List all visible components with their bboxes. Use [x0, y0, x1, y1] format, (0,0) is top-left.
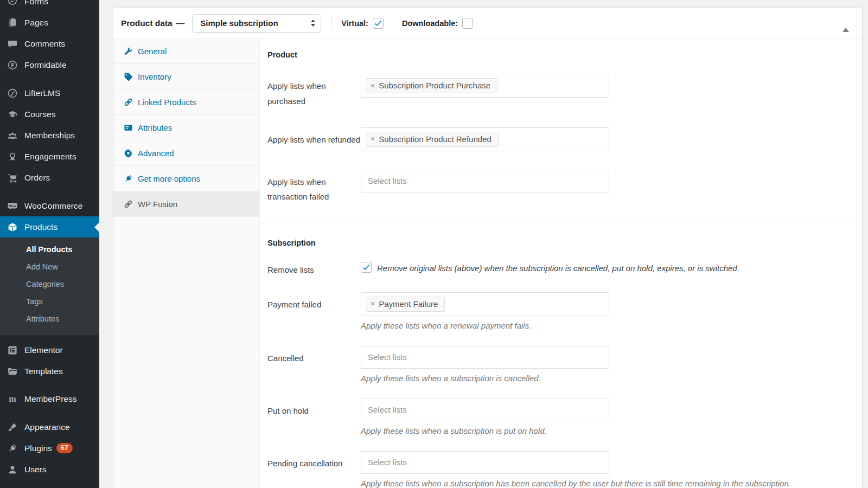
- lists-purchased-select[interactable]: × Subscription Product Purchase: [361, 74, 609, 98]
- downloadable-checkbox[interactable]: [462, 18, 473, 29]
- submenu-item-all-products[interactable]: All Products: [0, 241, 99, 258]
- menu-separator: [0, 409, 99, 416]
- sidebar-item-label: Elementor: [24, 345, 63, 355]
- forms-icon: [7, 0, 18, 7]
- sidebar-item-courses[interactable]: Courses: [0, 104, 99, 125]
- selected-list-chip: × Payment Failure: [366, 297, 445, 312]
- section-divider: [260, 223, 862, 223]
- sidebar-item-label: Templates: [24, 367, 63, 376]
- field-label: Payment failed: [267, 292, 361, 330]
- tab-get-more-options[interactable]: Get more options: [113, 166, 259, 191]
- remove-chip-icon[interactable]: ×: [371, 81, 375, 90]
- select-lists-input[interactable]: [365, 454, 593, 470]
- field-remove-lists: Remove lists Remove original lists (abov…: [267, 262, 849, 278]
- field-label: Apply lists when refunded: [267, 127, 361, 151]
- cancelled-select[interactable]: [361, 346, 609, 369]
- sidebar-item-products[interactable]: Products: [0, 216, 99, 237]
- payment-failed-select[interactable]: × Payment Failure: [361, 292, 609, 316]
- comments-icon: [7, 38, 18, 49]
- chip-label: Payment Failure: [379, 299, 438, 309]
- pending-cancellation-select[interactable]: [361, 451, 609, 474]
- remove-chip-icon[interactable]: ×: [371, 299, 375, 308]
- products-box-icon: [7, 222, 18, 233]
- sidebar-item-lifterlms[interactable]: LifterLMS: [0, 82, 99, 104]
- tab-label: Advanced: [138, 149, 174, 158]
- sidebar-item-users[interactable]: Users: [0, 459, 99, 480]
- sidebar-item-label: Users: [24, 465, 46, 474]
- wp-fusion-panel: Product Apply lists when purchased × Sub…: [260, 38, 862, 488]
- product-type-select[interactable]: Simple subscription: [192, 14, 321, 33]
- virtual-label: Virtual:: [341, 19, 368, 28]
- sidebar-item-plugins[interactable]: Plugins 67: [0, 438, 99, 459]
- sidebar-item-label: Orders: [24, 173, 50, 183]
- sidebar-item-formidable[interactable]: Formidable: [0, 54, 99, 75]
- virtual-checkbox[interactable]: [373, 18, 384, 29]
- sidebar-item-forms[interactable]: Forms: [0, 0, 99, 12]
- remove-lists-checkbox[interactable]: [361, 262, 372, 273]
- tab-advanced[interactable]: Advanced: [113, 140, 259, 166]
- sidebar-item-label: Courses: [24, 110, 56, 119]
- user-icon: [7, 464, 18, 475]
- sidebar-item-elementor[interactable]: Elementor: [0, 339, 99, 361]
- tab-inventory[interactable]: Inventory: [113, 64, 259, 89]
- sidebar-item-label: WooCommerce: [24, 201, 82, 211]
- tag-icon: [124, 72, 133, 81]
- plug-icon: [7, 443, 18, 454]
- submenu-item-categories[interactable]: Categories: [0, 275, 99, 293]
- select-lists-input[interactable]: [365, 349, 593, 365]
- field-label: Apply lists when purchased: [267, 74, 361, 109]
- checkmark-icon: [362, 263, 371, 272]
- sidebar-item-comments[interactable]: Comments: [0, 33, 99, 54]
- product-data-header: Product data — Simple subscription Virtu…: [113, 8, 862, 38]
- sidebar-item-label: Engagements: [24, 152, 76, 162]
- header-divider: [331, 16, 331, 30]
- submenu-item-add-new[interactable]: Add New: [0, 258, 99, 275]
- formidable-icon: [7, 60, 18, 70]
- sidebar-item-orders[interactable]: Orders: [0, 167, 99, 188]
- collapse-panel-button[interactable]: [839, 15, 852, 31]
- sidebar-item-label: Pages: [24, 18, 48, 28]
- select-lists-input[interactable]: [365, 402, 593, 418]
- sidebar-item-label: Forms: [24, 0, 48, 7]
- elementor-icon: [7, 345, 18, 356]
- selected-list-chip: × Subscription Product Refunded: [366, 132, 499, 147]
- tab-general[interactable]: General: [113, 38, 259, 64]
- memberships-icon: [7, 130, 18, 141]
- sidebar-item-memberships[interactable]: Memberships: [0, 125, 99, 146]
- field-cancelled: Cancelled Apply these lists when a subsc…: [267, 346, 849, 383]
- sidebar-item-label: Plugins: [24, 444, 52, 453]
- sidebar-item-label: Products: [24, 222, 58, 232]
- submenu-item-tags[interactable]: Tags: [0, 293, 99, 310]
- sidebar-item-appearance[interactable]: Appearance: [0, 416, 99, 438]
- tab-label: Attributes: [138, 123, 172, 132]
- triangle-up-icon: [843, 18, 849, 32]
- lists-transaction-failed-select[interactable]: [361, 170, 609, 192]
- put-on-hold-select[interactable]: [361, 399, 609, 421]
- menu-separator: [0, 382, 99, 388]
- sidebar-item-memberpress[interactable]: MemberPress: [0, 388, 99, 409]
- sidebar-item-woocommerce[interactable]: WooCommerce: [0, 195, 99, 216]
- product-section-heading: Product: [267, 50, 849, 59]
- remove-chip-icon[interactable]: ×: [371, 134, 375, 143]
- sidebar-item-pages[interactable]: Pages: [0, 12, 99, 33]
- tab-attributes[interactable]: Attributes: [113, 115, 259, 140]
- tab-wp-fusion[interactable]: WP Fusion: [113, 191, 259, 217]
- field-apply-lists-refunded: Apply lists when refunded × Subscription…: [267, 127, 849, 151]
- admin-sidebar: Forms Pages Comments Formidable LifterLM…: [0, 0, 99, 488]
- tab-label: WP Fusion: [138, 200, 177, 209]
- sidebar-item-templates[interactable]: Templates: [0, 361, 99, 382]
- folder-icon: [7, 366, 18, 377]
- menu-separator: [0, 335, 99, 339]
- subscription-section-heading: Subscription: [267, 239, 849, 247]
- products-submenu: All Products Add New Categories Tags Att…: [0, 237, 99, 335]
- sidebar-item-engagements[interactable]: Engagements: [0, 146, 99, 167]
- lists-refunded-select[interactable]: × Subscription Product Refunded: [361, 127, 609, 151]
- tab-linked-products[interactable]: Linked Products: [113, 89, 259, 115]
- field-apply-lists-transaction-failed: Apply lists when transaction failed: [267, 170, 849, 205]
- field-apply-lists-purchased: Apply lists when purchased × Subscriptio…: [267, 74, 849, 109]
- sidebar-item-label: Formidable: [24, 60, 67, 70]
- sidebar-item-label: Memberships: [24, 131, 75, 140]
- select-lists-input[interactable]: [365, 173, 593, 189]
- submenu-item-attributes[interactable]: Attributes: [0, 310, 99, 328]
- sidebar-item-label: Appearance: [24, 422, 70, 432]
